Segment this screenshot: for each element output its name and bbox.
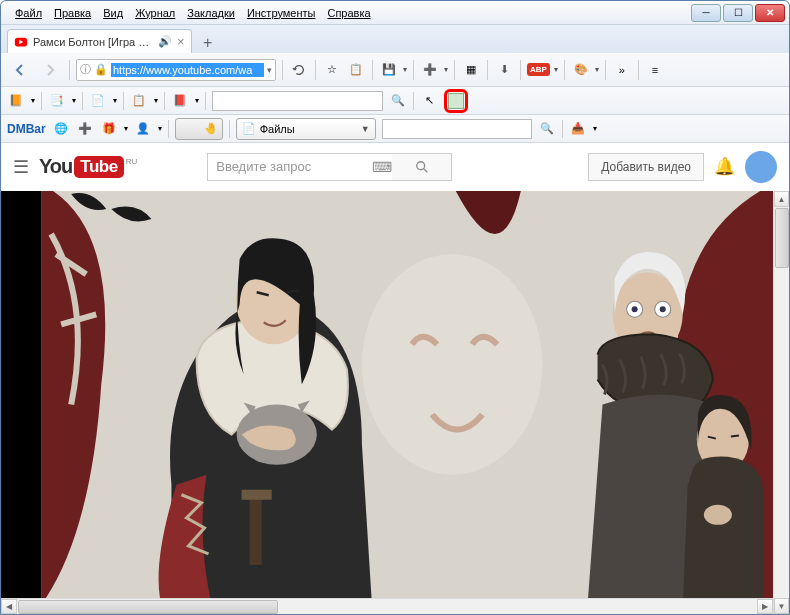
notifications-icon[interactable]: 🔔 bbox=[714, 156, 735, 177]
tab-strip: Рамси Болтон [Игра п... 🔊 × + bbox=[1, 25, 789, 53]
cursor-icon[interactable]: ↖ bbox=[420, 92, 438, 110]
user-avatar[interactable] bbox=[745, 151, 777, 183]
dmbar-toolbar: DMBar 🌐 ➕ 🎁▾ 👤▾ 🤚 📄 Файлы ▼ 🔍 📥▾ bbox=[1, 115, 789, 143]
page-preview-icon[interactable] bbox=[448, 93, 464, 109]
menu-view[interactable]: Вид bbox=[97, 5, 129, 21]
window-minimize-button[interactable]: ─ bbox=[691, 4, 721, 22]
overflow-icon[interactable]: » bbox=[612, 61, 632, 79]
lock-icon: 🔒 bbox=[94, 63, 108, 76]
bookmark-icon-1[interactable]: 📙 bbox=[7, 92, 25, 110]
dm-icon-3[interactable]: 🎁 bbox=[100, 120, 118, 138]
files-dropdown[interactable]: 📄 Файлы ▼ bbox=[236, 118, 376, 140]
highlighted-button[interactable] bbox=[444, 89, 468, 113]
content-area: ▲ ▼ ◀ ▶ bbox=[1, 191, 789, 614]
save-icon[interactable]: 💾 bbox=[379, 61, 399, 79]
files-label: Файлы bbox=[260, 123, 295, 135]
bookmark-icon-2[interactable]: 📑 bbox=[48, 92, 66, 110]
vertical-scrollbar[interactable]: ▲ ▼ bbox=[773, 191, 789, 614]
bookmark-icon-4[interactable]: 📋 bbox=[130, 92, 148, 110]
info-icon[interactable]: ⓘ bbox=[80, 62, 91, 77]
tab-title: Рамси Болтон [Игра п... bbox=[33, 36, 153, 48]
browser-tab[interactable]: Рамси Болтон [Игра п... 🔊 × bbox=[7, 29, 192, 53]
svg-line-2 bbox=[423, 168, 427, 172]
window-maximize-button[interactable]: ☐ bbox=[723, 4, 753, 22]
svg-rect-9 bbox=[250, 495, 262, 565]
grid-icon[interactable]: ▦ bbox=[461, 61, 481, 79]
url-text[interactable]: https://www.youtube.com/wa bbox=[111, 63, 264, 77]
youtube-upload-button[interactable]: Добавить видео bbox=[588, 153, 704, 181]
back-button[interactable] bbox=[7, 58, 33, 82]
dm-search-input[interactable] bbox=[382, 119, 532, 139]
youtube-logo[interactable]: You Tube RU bbox=[39, 155, 137, 178]
hamburger-menu-icon[interactable]: ≡ bbox=[645, 61, 665, 79]
download-icon[interactable]: ⬇ bbox=[494, 61, 514, 79]
abp-icon[interactable]: ABP bbox=[527, 63, 550, 76]
dropdown-icon: ▼ bbox=[361, 124, 370, 134]
dm-box[interactable]: 🤚 bbox=[175, 118, 223, 140]
svg-point-14 bbox=[632, 306, 638, 312]
bookmark-icon-5[interactable]: 📕 bbox=[171, 92, 189, 110]
bookmark-toolbar: 📙▾ 📑▾ 📄▾ 📋▾ 📕▾ 🔍 ↖ bbox=[1, 87, 789, 115]
menu-bookmarks[interactable]: Закладки bbox=[181, 5, 241, 21]
menu-edit[interactable]: Правка bbox=[48, 5, 97, 21]
window-close-button[interactable]: ✕ bbox=[755, 4, 785, 22]
add-icon[interactable]: ➕ bbox=[420, 61, 440, 79]
svg-rect-4 bbox=[1, 191, 41, 598]
toolbar-search-input[interactable] bbox=[212, 91, 383, 111]
dm-icon-4[interactable]: 👤 bbox=[134, 120, 152, 138]
menu-file[interactable]: Файл bbox=[9, 5, 48, 21]
youtube-menu-icon[interactable]: ☰ bbox=[13, 156, 29, 178]
url-bar[interactable]: ⓘ 🔒 https://www.youtube.com/wa ▾ bbox=[76, 59, 276, 81]
audio-icon[interactable]: 🔊 bbox=[158, 35, 172, 48]
youtube-search-input[interactable] bbox=[207, 153, 397, 181]
dmbar-label: DMBar bbox=[7, 122, 46, 136]
youtube-header: ☰ You Tube RU ⌨ Добавить видео 🔔 bbox=[1, 143, 789, 191]
scroll-down-button[interactable]: ▼ bbox=[774, 598, 789, 614]
clipboard-icon[interactable]: 📋 bbox=[346, 61, 366, 79]
menu-tools[interactable]: Инструменты bbox=[241, 5, 322, 21]
youtube-search-button[interactable] bbox=[392, 153, 452, 181]
star-icon[interactable]: ☆ bbox=[322, 61, 342, 79]
navigation-toolbar: ⓘ 🔒 https://www.youtube.com/wa ▾ ☆ 📋 💾 ▾… bbox=[1, 53, 789, 87]
svg-rect-10 bbox=[242, 490, 272, 500]
url-dropdown-icon[interactable]: ▾ bbox=[267, 65, 272, 75]
dm-icon-5[interactable]: 📥 bbox=[569, 120, 587, 138]
bookmark-icon-3[interactable]: 📄 bbox=[89, 92, 107, 110]
titlebar: Файл Правка Вид Журнал Закладки Инструме… bbox=[1, 1, 789, 25]
dm-icon-1[interactable]: 🌐 bbox=[52, 120, 70, 138]
reload-button[interactable] bbox=[289, 61, 309, 79]
find-icon[interactable]: 🔍 bbox=[389, 92, 407, 110]
forward-button[interactable] bbox=[37, 58, 63, 82]
menu-help[interactable]: Справка bbox=[321, 5, 376, 21]
scroll-thumb[interactable] bbox=[775, 208, 789, 268]
dm-search-icon[interactable]: 🔍 bbox=[538, 120, 556, 138]
svg-point-15 bbox=[660, 306, 666, 312]
file-icon: 📄 bbox=[242, 122, 256, 135]
scroll-up-button[interactable]: ▲ bbox=[774, 191, 789, 207]
scroll-right-button[interactable]: ▶ bbox=[757, 599, 773, 614]
new-tab-button[interactable]: + bbox=[196, 33, 220, 53]
svg-point-5 bbox=[362, 254, 542, 475]
scroll-thumb-h[interactable] bbox=[18, 600, 278, 614]
extension-icon-1[interactable]: 🎨 bbox=[571, 61, 591, 79]
menu-history[interactable]: Журнал bbox=[129, 5, 181, 21]
svg-point-17 bbox=[704, 505, 732, 525]
svg-point-1 bbox=[416, 161, 424, 169]
video-player[interactable] bbox=[1, 191, 773, 598]
youtube-favicon bbox=[14, 35, 28, 49]
dm-icon-2[interactable]: ➕ bbox=[76, 120, 94, 138]
tab-close-button[interactable]: × bbox=[177, 34, 185, 49]
scroll-left-button[interactable]: ◀ bbox=[1, 599, 17, 614]
horizontal-scrollbar[interactable]: ◀ ▶ bbox=[1, 598, 773, 614]
